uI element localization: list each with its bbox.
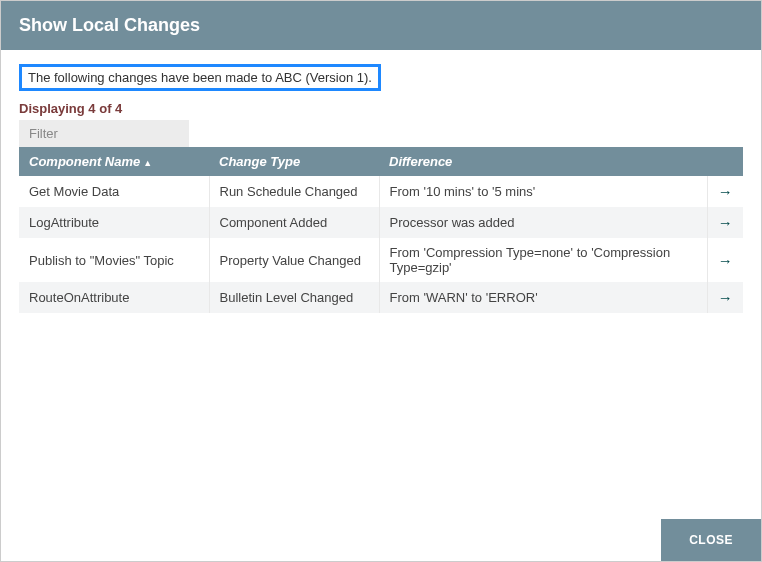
dialog-content: The following changes have been made to … (1, 50, 761, 519)
intro-text: The following changes have been made to … (19, 64, 381, 91)
col-goto (707, 147, 743, 176)
close-button[interactable]: CLOSE (661, 519, 761, 561)
local-changes-dialog: Show Local Changes The following changes… (0, 0, 762, 562)
col-change-type[interactable]: Change Type (209, 147, 379, 176)
goto-arrow-icon[interactable]: → (718, 183, 733, 200)
goto-arrow-icon[interactable]: → (718, 252, 733, 269)
col-difference-label: Difference (389, 154, 452, 169)
col-component-name[interactable]: Component Name▲ (19, 147, 209, 176)
cell-name: RouteOnAttribute (19, 282, 209, 313)
goto-arrow-icon[interactable]: → (718, 214, 733, 231)
cell-diff: From 'WARN' to 'ERROR' (379, 282, 707, 313)
cell-type: Bulletin Level Changed (209, 282, 379, 313)
cell-name: LogAttribute (19, 207, 209, 238)
cell-name: Get Movie Data (19, 176, 209, 207)
col-difference[interactable]: Difference (379, 147, 707, 176)
cell-type: Run Schedule Changed (209, 176, 379, 207)
cell-name: Publish to "Movies" Topic (19, 238, 209, 282)
table-row: Publish to "Movies" Topic Property Value… (19, 238, 743, 282)
goto-arrow-icon[interactable]: → (718, 289, 733, 306)
cell-diff: From 'Compression Type=none' to 'Compres… (379, 238, 707, 282)
cell-type: Property Value Changed (209, 238, 379, 282)
changes-table: Component Name▲ Change Type Difference G… (19, 147, 743, 313)
col-change-type-label: Change Type (219, 154, 300, 169)
cell-diff: From '10 mins' to '5 mins' (379, 176, 707, 207)
sort-asc-icon: ▲ (143, 158, 152, 168)
cell-type: Component Added (209, 207, 379, 238)
table-row: Get Movie Data Run Schedule Changed From… (19, 176, 743, 207)
displaying-count: Displaying 4 of 4 (19, 101, 743, 116)
table-row: RouteOnAttribute Bulletin Level Changed … (19, 282, 743, 313)
dialog-title: Show Local Changes (1, 1, 761, 50)
dialog-footer: CLOSE (1, 519, 761, 561)
filter-input[interactable] (19, 120, 189, 147)
cell-diff: Processor was added (379, 207, 707, 238)
table-row: LogAttribute Component Added Processor w… (19, 207, 743, 238)
col-component-name-label: Component Name (29, 154, 140, 169)
